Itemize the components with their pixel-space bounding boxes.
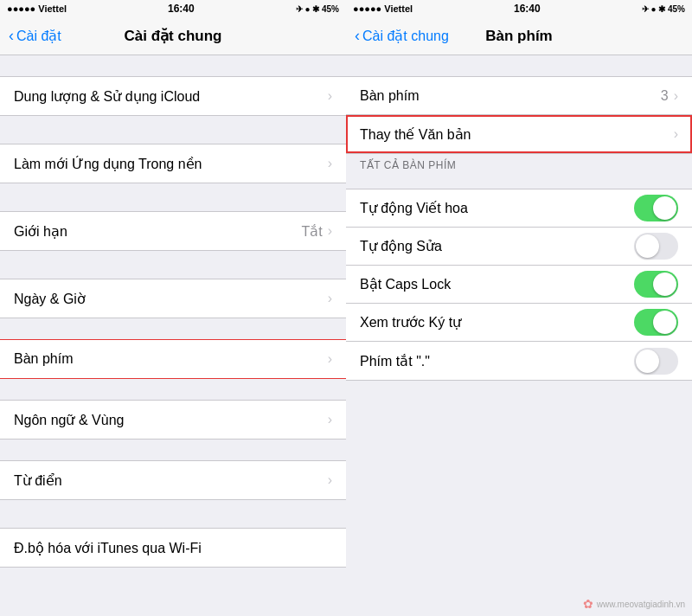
right-row-banphim-chevron: ›	[674, 88, 678, 104]
left-carrier: ●●●●● Viettel	[7, 3, 67, 14]
left-row-icloud-chevron: ›	[328, 88, 332, 104]
left-row-dictionary-label: Từ điển	[14, 472, 328, 489]
right-group-top: Bàn phím 3 › Thay thế Văn bản ›	[346, 76, 692, 154]
left-row-icloud-label: Dung lượng & Sử dụng iCloud	[14, 88, 328, 105]
left-row-limit-chevron: ›	[328, 223, 332, 239]
right-row-preview[interactable]: Xem trước Ký tự	[346, 304, 692, 342]
left-icons: ✈ ● ✱ 45%	[296, 4, 339, 14]
right-toggle-autocorrect[interactable]	[634, 233, 678, 260]
left-back-label: Cài đặt	[16, 28, 61, 44]
right-row-autocap-label: Tự động Viết hoa	[360, 200, 634, 216]
right-section-header: TẤT CẢ BÀN PHÍM	[346, 154, 692, 175]
left-panel: ●●●●● Viettel 16:40 ✈ ● ✱ 45% ‹ Cài đặt …	[0, 0, 346, 616]
left-group-bg: Làm mới Ứng dụng Trong nền ›	[0, 144, 346, 183]
right-nav-title: Bàn phím	[485, 28, 552, 45]
right-row-preview-label: Xem trước Ký tự	[360, 314, 634, 330]
right-row-autocap[interactable]: Tự động Viết hoa	[346, 189, 692, 228]
right-back-chevron: ‹	[355, 27, 360, 45]
right-row-autocorrect[interactable]: Tự động Sửa	[346, 228, 692, 266]
right-row-thaytthe-chevron: ›	[674, 126, 678, 142]
left-row-bg[interactable]: Làm mới Ứng dụng Trong nền ›	[0, 144, 346, 183]
right-time: 16:40	[514, 3, 541, 15]
watermark: ✿ www.meovatgiadinh.vn	[583, 597, 685, 611]
left-row-keyboard-label: Bàn phím	[14, 351, 328, 367]
right-toggle-shortcut[interactable]	[634, 348, 678, 375]
left-row-date-chevron: ›	[328, 291, 332, 306]
left-group-dictionary: Từ điển ›	[0, 460, 346, 500]
left-row-bg-chevron: ›	[328, 156, 332, 171]
left-row-bg-label: Làm mới Ứng dụng Trong nền	[14, 156, 328, 172]
left-row-date[interactable]: Ngày & Giờ ›	[0, 279, 346, 318]
left-group-icloud: Dung lượng & Sử dụng iCloud ›	[0, 76, 346, 116]
left-row-keyboard[interactable]: Bàn phím ›	[0, 340, 346, 378]
right-row-shortcut[interactable]: Phím tắt "."	[346, 342, 692, 380]
right-toggle-preview[interactable]	[634, 309, 678, 336]
right-toggle-autocap[interactable]	[634, 195, 678, 221]
right-row-shortcut-label: Phím tắt "."	[360, 353, 634, 369]
right-row-banphim-label: Bàn phím	[360, 88, 661, 104]
right-icons: ✈ ● ✱ 45%	[642, 4, 685, 14]
right-group-toggles: Tự động Viết hoa Tự động Sửa Bật Caps Lo…	[346, 189, 692, 381]
left-row-limit-label: Giới hạn	[14, 223, 301, 240]
watermark-icon: ✿	[583, 597, 593, 611]
left-row-limit-value: Tắt	[301, 223, 322, 240]
left-nav-bar: ‹ Cài đặt Cài đặt chung	[0, 17, 346, 55]
left-row-icloud[interactable]: Dung lượng & Sử dụng iCloud ›	[0, 77, 346, 115]
right-nav-bar: ‹ Cài đặt chung Bàn phím	[346, 17, 692, 55]
right-panel: ●●●●● Viettel 16:40 ✈ ● ✱ 45% ‹ Cài đặt …	[346, 0, 692, 616]
right-toggle-capslock[interactable]	[634, 271, 678, 298]
left-back-button[interactable]: ‹ Cài đặt	[9, 27, 61, 45]
left-group-date: Ngày & Giờ ›	[0, 279, 346, 318]
left-nav-title: Cài đặt chung	[125, 27, 222, 45]
left-time: 16:40	[168, 3, 195, 15]
left-row-itunes-label: Đ.bộ hóa với iTunes qua Wi-Fi	[14, 540, 332, 556]
left-back-chevron: ‹	[9, 27, 14, 45]
right-row-capslock[interactable]: Bật Caps Lock	[346, 266, 692, 304]
left-row-language-label: Ngôn ngữ & Vùng	[14, 412, 328, 428]
right-row-thaytthe-label: Thay thế Văn bản	[360, 126, 674, 143]
left-group-itunes: Đ.bộ hóa với iTunes qua Wi-Fi	[0, 528, 346, 568]
left-row-itunes[interactable]: Đ.bộ hóa với iTunes qua Wi-Fi	[0, 529, 346, 567]
left-row-dictionary[interactable]: Từ điển ›	[0, 461, 346, 499]
left-group-language: Ngôn ngữ & Vùng ›	[0, 400, 346, 440]
left-group-keyboard: Bàn phím ›	[0, 339, 346, 379]
left-row-limit[interactable]: Giới hạn Tắt ›	[0, 212, 346, 250]
right-status-bar: ●●●●● Viettel 16:40 ✈ ● ✱ 45%	[346, 0, 692, 17]
right-row-thaytthe[interactable]: Thay thế Văn bản ›	[346, 115, 692, 153]
left-row-language-chevron: ›	[328, 412, 332, 427]
left-row-dictionary-chevron: ›	[328, 472, 332, 488]
left-row-keyboard-chevron: ›	[328, 351, 332, 367]
right-row-capslock-label: Bật Caps Lock	[360, 276, 634, 292]
right-row-autocorrect-label: Tự động Sửa	[360, 238, 634, 254]
right-back-label: Cài đặt chung	[362, 28, 449, 44]
left-row-language[interactable]: Ngôn ngữ & Vùng ›	[0, 401, 346, 439]
left-group-limit: Giới hạn Tắt ›	[0, 211, 346, 251]
right-row-banphim[interactable]: Bàn phím 3 ›	[346, 77, 692, 115]
right-row-banphim-value: 3	[661, 88, 669, 104]
watermark-text: www.meovatgiadinh.vn	[597, 600, 685, 609]
right-carrier: ●●●●● Viettel	[353, 3, 413, 14]
right-back-button[interactable]: ‹ Cài đặt chung	[355, 27, 449, 45]
left-status-bar: ●●●●● Viettel 16:40 ✈ ● ✱ 45%	[0, 0, 346, 17]
left-row-date-label: Ngày & Giờ	[14, 291, 328, 307]
